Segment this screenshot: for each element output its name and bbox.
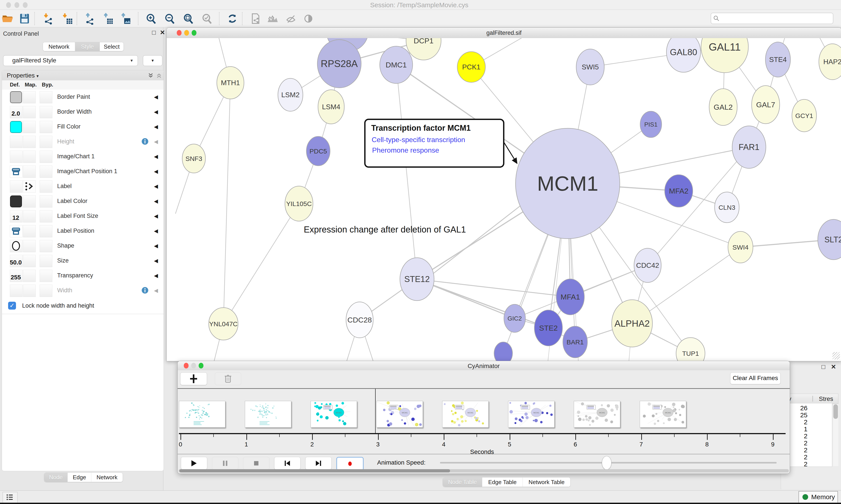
- mapping-cell[interactable]: [23, 255, 36, 267]
- network-node-nsmall[interactable]: [494, 342, 513, 361]
- scrollbar-thumb[interactable]: [833, 404, 838, 419]
- mapping-cell[interactable]: [23, 180, 36, 193]
- expand-property-icon[interactable]: ◀: [154, 198, 158, 204]
- export-network-button[interactable]: [84, 13, 96, 25]
- tab-network-table[interactable]: Network Table: [522, 478, 570, 487]
- style-combo[interactable]: galFiltered Style ▾: [3, 55, 138, 66]
- tab-network[interactable]: Network: [43, 42, 75, 51]
- property-row-border-paint[interactable]: Border Paint◀: [2, 90, 164, 105]
- default-value-cell[interactable]: [10, 195, 22, 208]
- annotation-free-text[interactable]: Expression change after deletion of GAL1: [304, 224, 466, 234]
- info-icon[interactable]: [141, 287, 149, 294]
- default-value-cell[interactable]: 255: [10, 270, 22, 282]
- network-node-pis1[interactable]: PIS1: [640, 111, 662, 138]
- panel-tab-node[interactable]: Node: [44, 473, 68, 482]
- stop-button[interactable]: [243, 457, 269, 470]
- cyanimator-titlebar[interactable]: CyAnimator: [178, 361, 790, 371]
- network-node-gcy1[interactable]: GCY1: [792, 100, 817, 132]
- network-edge[interactable]: [223, 204, 299, 324]
- info-icon[interactable]: [141, 138, 149, 145]
- default-value-cell[interactable]: 50.0: [10, 255, 22, 267]
- zoom-selected-button[interactable]: [201, 13, 213, 25]
- tab-edge-table[interactable]: Edge Table: [482, 478, 522, 487]
- column-stress[interactable]: Stres: [819, 395, 833, 402]
- skip-start-button[interactable]: [274, 457, 301, 470]
- expand-property-icon[interactable]: ◀: [154, 154, 158, 160]
- panel-tab-network[interactable]: Network: [91, 473, 123, 482]
- show-details-button[interactable]: [302, 13, 315, 25]
- network-node-cln3[interactable]: CLN3: [715, 192, 739, 223]
- default-value-cell[interactable]: 2.0: [10, 106, 22, 118]
- network-node-lsm4[interactable]: LSM4: [318, 90, 344, 124]
- default-value-cell[interactable]: [10, 285, 22, 297]
- network-node-gal2[interactable]: GAL2: [709, 89, 737, 125]
- collapse-all-icon[interactable]: [156, 72, 162, 79]
- default-value-cell[interactable]: [10, 180, 22, 193]
- network-graph[interactable]: RPS28ADCP1DMC1PCK1MTH1LSM2LSM4SNF3PDC5YI…: [167, 38, 841, 361]
- property-row-width[interactable]: Width◀: [2, 283, 164, 299]
- bypass-cell[interactable]: [40, 151, 52, 163]
- network-edge[interactable]: [223, 83, 230, 324]
- play-button[interactable]: [181, 457, 207, 470]
- property-row-fill-color[interactable]: Fill Color◀: [2, 119, 164, 134]
- network-node-ste4[interactable]: STE4: [766, 42, 790, 77]
- network-node-bar1[interactable]: BAR1: [563, 326, 587, 358]
- network-node-cdc28[interactable]: CDC28: [346, 302, 373, 338]
- property-row-label[interactable]: Label◀: [2, 179, 164, 194]
- network-node-pdc5[interactable]: PDC5: [306, 137, 330, 166]
- save-button[interactable]: [18, 13, 31, 25]
- hide-details-button[interactable]: [285, 13, 297, 25]
- default-value-cell[interactable]: [10, 121, 22, 133]
- bypass-cell[interactable]: [40, 240, 52, 252]
- property-row-image-chart-1[interactable]: Image/Chart 1◀: [2, 149, 164, 164]
- memory-button[interactable]: Memory: [799, 491, 838, 503]
- tab-node-table[interactable]: Node Table: [443, 478, 482, 487]
- default-value-cell[interactable]: 12: [10, 210, 22, 222]
- mapping-cell[interactable]: [23, 91, 36, 103]
- export-table-button[interactable]: [102, 13, 114, 25]
- network-edge[interactable]: [433, 205, 521, 274]
- network-node-dmc1[interactable]: DMC1: [380, 46, 413, 84]
- default-value-cell[interactable]: [10, 151, 22, 163]
- add-frame-button[interactable]: [180, 373, 207, 385]
- default-value-cell[interactable]: [10, 165, 22, 178]
- expand-property-icon[interactable]: ◀: [154, 243, 158, 249]
- scrollbar-thumb[interactable]: [179, 469, 450, 472]
- search-box[interactable]: [711, 13, 833, 24]
- network-node-hap2[interactable]: HAP2: [819, 44, 841, 80]
- resize-grip[interactable]: [833, 352, 840, 360]
- frame-thumbnail-8[interactable]: MCM1: [640, 401, 686, 428]
- property-row-height[interactable]: Height◀: [2, 134, 164, 149]
- import-table-button[interactable]: [61, 13, 73, 25]
- frame-thumbnail-7[interactable]: MCM1: [574, 401, 620, 428]
- expand-all-icon[interactable]: [147, 72, 154, 79]
- property-row-shape[interactable]: Shape◀: [2, 238, 164, 254]
- property-row-label-position[interactable]: Label Position◀: [2, 223, 164, 239]
- network-node-lsm2[interactable]: LSM2: [278, 78, 303, 111]
- expand-property-icon[interactable]: ◀: [154, 213, 158, 219]
- network-node-gic2[interactable]: GIC2: [504, 304, 525, 332]
- close-panel-icon[interactable]: ✕: [831, 364, 836, 370]
- network-node-ste2[interactable]: STE2: [534, 310, 562, 346]
- expand-property-icon[interactable]: ◀: [154, 228, 158, 234]
- close-panel-icon[interactable]: ✕: [160, 30, 165, 36]
- bypass-cell[interactable]: [40, 270, 52, 282]
- bypass-cell[interactable]: [40, 210, 52, 222]
- mapping-cell[interactable]: [23, 106, 36, 118]
- mapping-cell[interactable]: [23, 136, 36, 148]
- network-node-swi4[interactable]: SWI4: [728, 231, 753, 263]
- network-edge[interactable]: [396, 65, 417, 279]
- first-neighbors-button[interactable]: [266, 13, 279, 25]
- network-node-gal7[interactable]: GAL7: [752, 86, 780, 124]
- network-node-mfa2[interactable]: MFA2: [665, 175, 693, 207]
- mapping-cell[interactable]: [23, 240, 36, 252]
- expand-property-icon[interactable]: ◀: [154, 94, 158, 100]
- network-node-slt2[interactable]: SLT2: [818, 219, 841, 260]
- default-value-cell[interactable]: [10, 91, 22, 103]
- bypass-cell[interactable]: [40, 285, 52, 297]
- mapping-cell[interactable]: [23, 121, 36, 133]
- style-options-button[interactable]: ▾: [143, 55, 162, 66]
- tab-select[interactable]: Select: [100, 42, 124, 51]
- property-row-border-width[interactable]: 2.0Border Width◀: [2, 105, 164, 120]
- bypass-cell[interactable]: [40, 136, 52, 148]
